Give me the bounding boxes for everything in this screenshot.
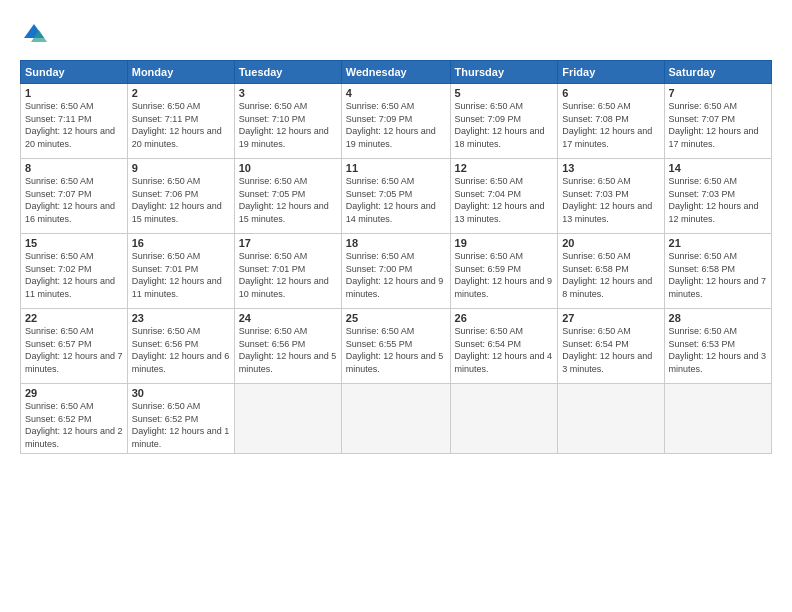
- day-number: 6: [562, 87, 659, 99]
- day-info: Sunrise: 6:50 AMSunset: 7:01 PMDaylight:…: [239, 250, 337, 300]
- calendar-cell: 10Sunrise: 6:50 AMSunset: 7:05 PMDayligh…: [234, 159, 341, 234]
- calendar-cell: 28Sunrise: 6:50 AMSunset: 6:53 PMDayligh…: [664, 309, 771, 384]
- calendar-cell: [450, 384, 558, 454]
- calendar-week-2: 8Sunrise: 6:50 AMSunset: 7:07 PMDaylight…: [21, 159, 772, 234]
- day-info: Sunrise: 6:50 AMSunset: 7:08 PMDaylight:…: [562, 100, 659, 150]
- calendar-cell: 30Sunrise: 6:50 AMSunset: 6:52 PMDayligh…: [127, 384, 234, 454]
- calendar-cell: 12Sunrise: 6:50 AMSunset: 7:04 PMDayligh…: [450, 159, 558, 234]
- calendar-cell: [341, 384, 450, 454]
- day-info: Sunrise: 6:50 AMSunset: 7:10 PMDaylight:…: [239, 100, 337, 150]
- calendar-week-3: 15Sunrise: 6:50 AMSunset: 7:02 PMDayligh…: [21, 234, 772, 309]
- column-header-friday: Friday: [558, 61, 664, 84]
- day-number: 11: [346, 162, 446, 174]
- calendar-cell: 13Sunrise: 6:50 AMSunset: 7:03 PMDayligh…: [558, 159, 664, 234]
- day-number: 8: [25, 162, 123, 174]
- day-number: 5: [455, 87, 554, 99]
- day-info: Sunrise: 6:50 AMSunset: 6:58 PMDaylight:…: [562, 250, 659, 300]
- day-info: Sunrise: 6:50 AMSunset: 7:09 PMDaylight:…: [455, 100, 554, 150]
- calendar-cell: 19Sunrise: 6:50 AMSunset: 6:59 PMDayligh…: [450, 234, 558, 309]
- day-number: 17: [239, 237, 337, 249]
- day-info: Sunrise: 6:50 AMSunset: 6:56 PMDaylight:…: [132, 325, 230, 375]
- day-info: Sunrise: 6:50 AMSunset: 7:02 PMDaylight:…: [25, 250, 123, 300]
- day-info: Sunrise: 6:50 AMSunset: 6:54 PMDaylight:…: [455, 325, 554, 375]
- day-number: 9: [132, 162, 230, 174]
- day-number: 14: [669, 162, 767, 174]
- day-info: Sunrise: 6:50 AMSunset: 6:54 PMDaylight:…: [562, 325, 659, 375]
- logo: [20, 20, 52, 48]
- calendar-cell: 5Sunrise: 6:50 AMSunset: 7:09 PMDaylight…: [450, 84, 558, 159]
- calendar-week-5: 29Sunrise: 6:50 AMSunset: 6:52 PMDayligh…: [21, 384, 772, 454]
- day-info: Sunrise: 6:50 AMSunset: 6:55 PMDaylight:…: [346, 325, 446, 375]
- day-number: 10: [239, 162, 337, 174]
- page: SundayMondayTuesdayWednesdayThursdayFrid…: [0, 0, 792, 612]
- calendar-cell: [558, 384, 664, 454]
- calendar-week-4: 22Sunrise: 6:50 AMSunset: 6:57 PMDayligh…: [21, 309, 772, 384]
- calendar-cell: 8Sunrise: 6:50 AMSunset: 7:07 PMDaylight…: [21, 159, 128, 234]
- day-number: 2: [132, 87, 230, 99]
- column-header-monday: Monday: [127, 61, 234, 84]
- calendar-cell: 11Sunrise: 6:50 AMSunset: 7:05 PMDayligh…: [341, 159, 450, 234]
- calendar-cell: 2Sunrise: 6:50 AMSunset: 7:11 PMDaylight…: [127, 84, 234, 159]
- day-info: Sunrise: 6:50 AMSunset: 7:07 PMDaylight:…: [25, 175, 123, 225]
- day-info: Sunrise: 6:50 AMSunset: 6:56 PMDaylight:…: [239, 325, 337, 375]
- day-info: Sunrise: 6:50 AMSunset: 6:58 PMDaylight:…: [669, 250, 767, 300]
- header: [20, 20, 772, 48]
- day-info: Sunrise: 6:50 AMSunset: 7:03 PMDaylight:…: [562, 175, 659, 225]
- day-info: Sunrise: 6:50 AMSunset: 7:04 PMDaylight:…: [455, 175, 554, 225]
- calendar-cell: [664, 384, 771, 454]
- calendar-cell: 25Sunrise: 6:50 AMSunset: 6:55 PMDayligh…: [341, 309, 450, 384]
- day-number: 25: [346, 312, 446, 324]
- day-info: Sunrise: 6:50 AMSunset: 6:59 PMDaylight:…: [455, 250, 554, 300]
- day-number: 1: [25, 87, 123, 99]
- calendar-cell: 22Sunrise: 6:50 AMSunset: 6:57 PMDayligh…: [21, 309, 128, 384]
- day-info: Sunrise: 6:50 AMSunset: 7:11 PMDaylight:…: [25, 100, 123, 150]
- calendar-cell: 7Sunrise: 6:50 AMSunset: 7:07 PMDaylight…: [664, 84, 771, 159]
- day-number: 28: [669, 312, 767, 324]
- calendar-cell: 16Sunrise: 6:50 AMSunset: 7:01 PMDayligh…: [127, 234, 234, 309]
- day-number: 29: [25, 387, 123, 399]
- day-number: 22: [25, 312, 123, 324]
- calendar-cell: 18Sunrise: 6:50 AMSunset: 7:00 PMDayligh…: [341, 234, 450, 309]
- day-number: 12: [455, 162, 554, 174]
- calendar-cell: 24Sunrise: 6:50 AMSunset: 6:56 PMDayligh…: [234, 309, 341, 384]
- calendar-week-1: 1Sunrise: 6:50 AMSunset: 7:11 PMDaylight…: [21, 84, 772, 159]
- calendar: SundayMondayTuesdayWednesdayThursdayFrid…: [20, 60, 772, 454]
- day-info: Sunrise: 6:50 AMSunset: 6:52 PMDaylight:…: [25, 400, 123, 450]
- calendar-cell: 15Sunrise: 6:50 AMSunset: 7:02 PMDayligh…: [21, 234, 128, 309]
- day-number: 18: [346, 237, 446, 249]
- day-info: Sunrise: 6:50 AMSunset: 7:09 PMDaylight:…: [346, 100, 446, 150]
- day-info: Sunrise: 6:50 AMSunset: 6:57 PMDaylight:…: [25, 325, 123, 375]
- calendar-cell: 27Sunrise: 6:50 AMSunset: 6:54 PMDayligh…: [558, 309, 664, 384]
- day-number: 4: [346, 87, 446, 99]
- column-header-tuesday: Tuesday: [234, 61, 341, 84]
- calendar-cell: 21Sunrise: 6:50 AMSunset: 6:58 PMDayligh…: [664, 234, 771, 309]
- column-header-thursday: Thursday: [450, 61, 558, 84]
- calendar-cell: 20Sunrise: 6:50 AMSunset: 6:58 PMDayligh…: [558, 234, 664, 309]
- day-info: Sunrise: 6:50 AMSunset: 7:00 PMDaylight:…: [346, 250, 446, 300]
- day-number: 23: [132, 312, 230, 324]
- column-header-saturday: Saturday: [664, 61, 771, 84]
- day-number: 24: [239, 312, 337, 324]
- calendar-cell: 23Sunrise: 6:50 AMSunset: 6:56 PMDayligh…: [127, 309, 234, 384]
- calendar-cell: 1Sunrise: 6:50 AMSunset: 7:11 PMDaylight…: [21, 84, 128, 159]
- day-info: Sunrise: 6:50 AMSunset: 7:11 PMDaylight:…: [132, 100, 230, 150]
- day-number: 20: [562, 237, 659, 249]
- day-info: Sunrise: 6:50 AMSunset: 6:53 PMDaylight:…: [669, 325, 767, 375]
- day-info: Sunrise: 6:50 AMSunset: 7:03 PMDaylight:…: [669, 175, 767, 225]
- day-number: 27: [562, 312, 659, 324]
- day-info: Sunrise: 6:50 AMSunset: 6:52 PMDaylight:…: [132, 400, 230, 450]
- day-info: Sunrise: 6:50 AMSunset: 7:05 PMDaylight:…: [346, 175, 446, 225]
- day-number: 3: [239, 87, 337, 99]
- day-number: 16: [132, 237, 230, 249]
- column-header-sunday: Sunday: [21, 61, 128, 84]
- calendar-cell: 29Sunrise: 6:50 AMSunset: 6:52 PMDayligh…: [21, 384, 128, 454]
- calendar-header-row: SundayMondayTuesdayWednesdayThursdayFrid…: [21, 61, 772, 84]
- day-number: 30: [132, 387, 230, 399]
- column-header-wednesday: Wednesday: [341, 61, 450, 84]
- day-info: Sunrise: 6:50 AMSunset: 7:01 PMDaylight:…: [132, 250, 230, 300]
- day-number: 26: [455, 312, 554, 324]
- day-number: 13: [562, 162, 659, 174]
- calendar-cell: 6Sunrise: 6:50 AMSunset: 7:08 PMDaylight…: [558, 84, 664, 159]
- logo-icon: [20, 20, 48, 48]
- day-info: Sunrise: 6:50 AMSunset: 7:06 PMDaylight:…: [132, 175, 230, 225]
